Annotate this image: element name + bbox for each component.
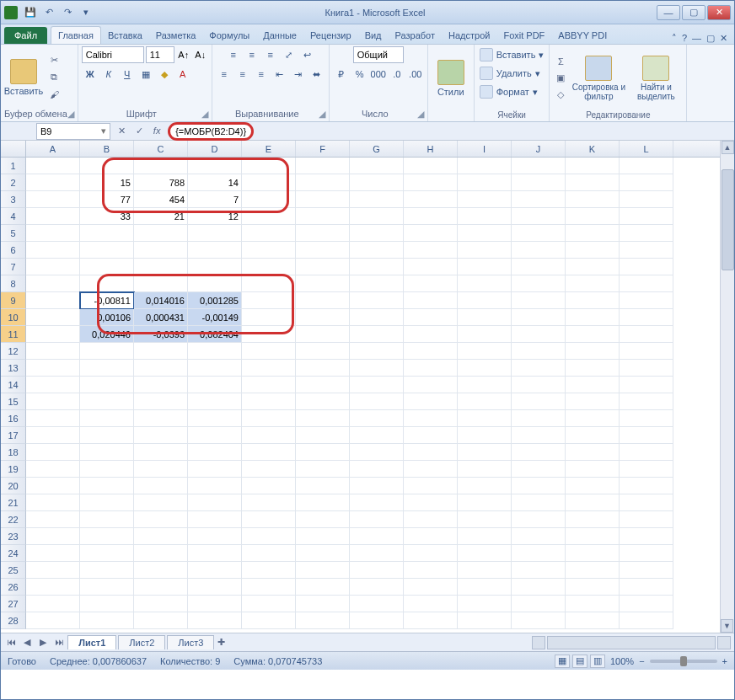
cell-G7[interactable] [350,259,404,275]
cell-L28[interactable] [620,612,673,629]
cell-G11[interactable] [350,326,404,343]
col-L[interactable]: L [620,141,673,157]
row-header[interactable]: 18 [1,444,26,461]
cell-G8[interactable] [350,275,404,292]
cell-G4[interactable] [350,208,404,225]
cell-C17[interactable] [134,427,188,444]
cell-I2[interactable] [458,174,512,191]
cell-K25[interactable] [566,562,620,579]
cell-L8[interactable] [620,275,673,292]
cell-B24[interactable] [80,545,134,562]
font-dialog-icon[interactable]: ◢ [201,109,208,120]
cell-K10[interactable] [566,309,620,326]
cell-L12[interactable] [620,343,673,360]
cell-D15[interactable] [188,393,242,410]
cell-H12[interactable] [404,343,458,360]
font-name-combo[interactable]: Calibri [82,46,144,63]
cell-L27[interactable] [620,596,673,612]
cell-G24[interactable] [350,545,404,562]
format-cells-button[interactable]: Формат ▾ [478,83,546,100]
cell-J7[interactable] [512,259,566,275]
cell-K2[interactable] [566,174,620,191]
cell-D27[interactable] [188,596,242,612]
cell-B23[interactable] [80,528,134,545]
cell-B10[interactable]: 0,00106 [80,309,134,326]
cell-J11[interactable] [512,326,566,343]
cut-icon[interactable]: ✂ [46,53,62,68]
cell-D2[interactable]: 14 [188,174,242,191]
cell-K8[interactable] [566,275,620,292]
minimize-ribbon-icon[interactable]: ˄ [672,33,677,44]
cell-L10[interactable] [620,309,673,326]
cell-L4[interactable] [620,208,673,225]
delete-cells-button[interactable]: Удалить ▾ [478,65,546,82]
cell-J17[interactable] [512,427,566,444]
select-all-corner[interactable] [1,141,26,157]
cell-J27[interactable] [512,596,566,612]
cell-C13[interactable] [134,360,188,377]
cell-A17[interactable] [26,427,80,444]
align-left-icon[interactable]: ≡ [216,66,233,83]
cell-B28[interactable] [80,612,134,629]
hscroll-left-icon[interactable] [532,636,545,649]
cell-A24[interactable] [26,545,80,562]
cell-C5[interactable] [134,225,188,242]
cell-J14[interactable] [512,377,566,393]
cell-H21[interactable] [404,494,458,511]
cell-E3[interactable] [242,191,296,208]
cell-I3[interactable] [458,191,512,208]
col-J[interactable]: J [512,141,566,157]
cell-L13[interactable] [620,360,673,377]
cell-D14[interactable] [188,377,242,393]
cell-E19[interactable] [242,461,296,478]
font-size-combo[interactable]: 11 [146,46,174,63]
cell-A8[interactable] [26,275,80,292]
cell-G22[interactable] [350,511,404,528]
cell-G27[interactable] [350,596,404,612]
cell-K22[interactable] [566,511,620,528]
cell-D19[interactable] [188,461,242,478]
cell-G28[interactable] [350,612,404,629]
cell-D11[interactable]: 0,082404 [188,326,242,343]
cell-L24[interactable] [620,545,673,562]
cell-I13[interactable] [458,360,512,377]
cell-F8[interactable] [296,275,350,292]
cell-L5[interactable] [620,225,673,242]
row-header[interactable]: 13 [1,360,26,377]
row-header[interactable]: 28 [1,612,26,629]
cell-K27[interactable] [566,596,620,612]
indent-inc-icon[interactable]: ⇥ [290,66,307,83]
name-box[interactable]: B9▾ [36,123,110,140]
cell-H15[interactable] [404,393,458,410]
cell-D17[interactable] [188,427,242,444]
cell-E5[interactable] [242,225,296,242]
cell-C1[interactable] [134,158,188,174]
zoom-slider[interactable] [650,660,717,663]
cell-E15[interactable] [242,393,296,410]
row-header[interactable]: 1 [1,158,26,174]
align-center-icon[interactable]: ≡ [234,66,251,83]
comma-icon[interactable]: 000 [370,66,387,83]
cell-C20[interactable] [134,478,188,494]
cell-F20[interactable] [296,478,350,494]
row-header[interactable]: 22 [1,511,26,528]
align-top-icon[interactable]: ≡ [225,46,242,63]
cell-E11[interactable] [242,326,296,343]
row-header[interactable]: 2 [1,174,26,191]
cell-I1[interactable] [458,158,512,174]
cell-G23[interactable] [350,528,404,545]
cell-E8[interactable] [242,275,296,292]
cell-J19[interactable] [512,461,566,478]
cell-I19[interactable] [458,461,512,478]
cell-D23[interactable] [188,528,242,545]
bold-button[interactable]: Ж [82,66,99,83]
clipboard-dialog-icon[interactable]: ◢ [67,109,74,120]
scroll-thumb[interactable] [722,169,734,270]
cell-K19[interactable] [566,461,620,478]
cell-F4[interactable] [296,208,350,225]
cell-H28[interactable] [404,612,458,629]
namebox-dropdown-icon[interactable]: ▾ [101,126,106,136]
cell-C28[interactable] [134,612,188,629]
col-C[interactable]: C [134,141,188,157]
cell-H4[interactable] [404,208,458,225]
